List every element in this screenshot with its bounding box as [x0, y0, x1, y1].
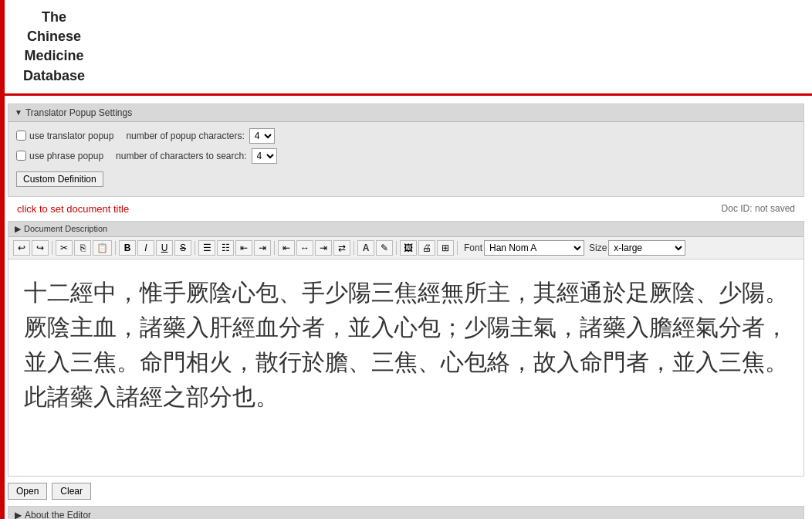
editor-toolbar: ↩ ↪ ✂ ⎘ 📋 B I U S ☰ ☷ ⇤ ⇥ ⇤ ↔ ⇥ ⇄ A ✎ 🖼 … [8, 237, 804, 260]
doc-title-link[interactable]: click to set document title [17, 203, 129, 215]
editor-content[interactable]: 十二經中，惟手厥陰心包、手少陽三焦經無所主，其經通於足厥陰、少陽。厥陰主血，諸藥… [8, 260, 804, 476]
toolbar-sep-5 [354, 241, 354, 255]
doc-id-label: Doc ID: not saved [722, 203, 795, 214]
phrase-chars-select[interactable]: 4 1 2 3 5 6 7 8 [252, 148, 277, 164]
align-right-button[interactable]: ⇥ [315, 240, 332, 256]
indent-button[interactable]: ⇥ [254, 240, 271, 256]
font-select[interactable]: Han Nom A Arial Times New Roman [484, 240, 584, 256]
align-left-button[interactable]: ⇤ [278, 240, 295, 256]
translator-popup-row: use translator popup number of popup cha… [16, 128, 796, 144]
font-color-button[interactable]: A [357, 240, 374, 256]
popup-chars-select[interactable]: 4 1 2 3 5 6 7 8 [249, 128, 275, 144]
translator-settings-body: use translator popup number of popup cha… [8, 122, 804, 196]
translator-panel-arrow: ▼ [15, 108, 22, 117]
translator-panel-title: Translator Popup Settings [25, 107, 132, 118]
toolbar-sep-2 [115, 241, 116, 255]
print-button[interactable]: 🖨 [418, 240, 435, 256]
about-panel-arrow: ▶ [15, 510, 22, 519]
custom-definition-button[interactable]: Custom Definition [16, 171, 103, 187]
bold-button[interactable]: B [119, 240, 136, 256]
popup-chars-label: number of popup characters: [126, 131, 244, 141]
about-panel-title: About the Editor [25, 510, 91, 519]
doc-title-bar: click to set document title Doc ID: not … [8, 197, 804, 221]
image-button[interactable]: 🖼 [400, 240, 417, 256]
copy-button[interactable]: ⎘ [74, 240, 91, 256]
align-center-button[interactable]: ↔ [296, 240, 313, 256]
size-label: Size [589, 243, 607, 253]
underline-button[interactable]: U [156, 240, 173, 256]
misc-button[interactable]: ⊞ [437, 240, 454, 256]
justify-button[interactable]: ⇄ [333, 240, 350, 256]
translator-popup-settings-panel: ▼ Translator Popup Settings use translat… [8, 103, 804, 197]
undo-button[interactable]: ↩ [13, 240, 30, 256]
outdent-button[interactable]: ⇤ [235, 240, 252, 256]
phrase-popup-row: use phrase popup number of characters to… [16, 148, 796, 164]
use-phrase-checkbox[interactable] [16, 151, 26, 161]
toolbar-sep-4 [274, 241, 275, 255]
phrase-chars-label: number of characters to search: [116, 151, 246, 161]
size-select[interactable]: x-large small medium large xx-large [608, 240, 685, 256]
ul-button[interactable]: ☷ [217, 240, 234, 256]
toolbar-sep-3 [195, 241, 195, 255]
toolbar-sep-6 [396, 241, 397, 255]
about-panel: ▶ About the Editor [8, 506, 804, 519]
about-panel-header[interactable]: ▶ About the Editor [8, 507, 804, 519]
clear-button[interactable]: Clear [52, 483, 91, 500]
bottom-buttons: Open Clear [8, 483, 804, 500]
paste-button[interactable]: 📋 [93, 240, 112, 256]
toolbar-sep-1 [52, 241, 52, 255]
editor-toolbar-header[interactable]: ▶ Document Description [8, 222, 804, 237]
editor-toolbar-header-arrow: ▶ [15, 224, 21, 234]
use-phrase-label: use phrase popup [16, 151, 103, 161]
redo-button[interactable]: ↪ [32, 240, 49, 256]
translator-panel-header[interactable]: ▼ Translator Popup Settings [8, 104, 804, 122]
italic-button[interactable]: I [137, 240, 154, 256]
font-label: Font [464, 243, 482, 253]
toolbar-sep-7 [457, 241, 458, 255]
use-translator-label: use translator popup [16, 131, 113, 141]
editor-toolbar-header-label: Document Description [24, 224, 107, 233]
open-button[interactable]: Open [8, 483, 47, 500]
use-translator-checkbox[interactable] [16, 131, 26, 141]
header: The Chinese Medicine Database [0, 0, 812, 96]
cut-button[interactable]: ✂ [56, 240, 73, 256]
editor-container: ▶ Document Description ↩ ↪ ✂ ⎘ 📋 B I U S… [8, 221, 804, 477]
logo: The Chinese Medicine Database [23, 8, 85, 86]
ol-button[interactable]: ☰ [198, 240, 215, 256]
strikethrough-button[interactable]: S [174, 240, 191, 256]
highlight-button[interactable]: ✎ [376, 240, 393, 256]
